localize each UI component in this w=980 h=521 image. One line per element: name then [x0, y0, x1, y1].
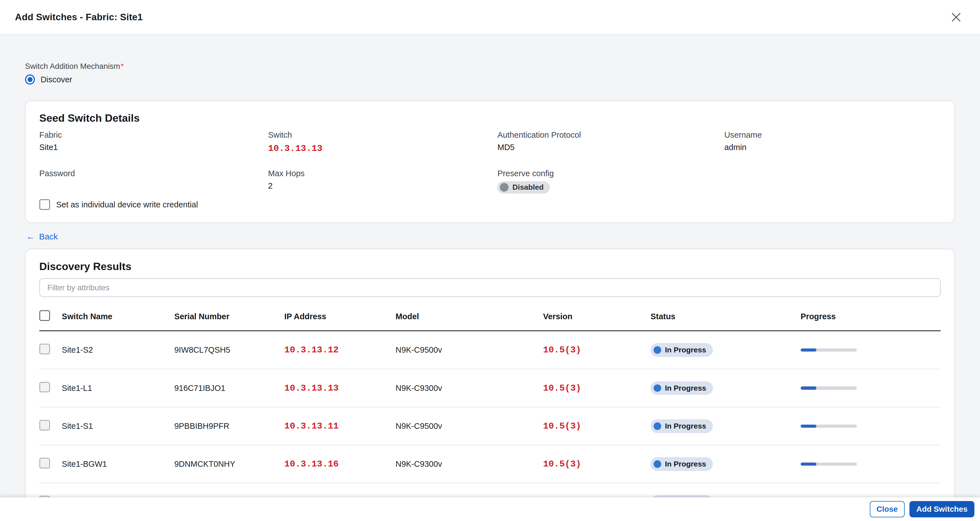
status-text: In Progress	[665, 346, 706, 354]
fabric-value: Site1	[39, 143, 268, 152]
radio-selected-icon	[25, 75, 35, 84]
close-button[interactable]: Close	[870, 501, 905, 517]
switch-name-cell: Site1-L1	[62, 369, 174, 407]
auth-protocol-label: Authentication Protocol	[497, 130, 724, 140]
add-switches-button[interactable]: Add Switches	[910, 501, 974, 517]
password-label: Password	[39, 169, 268, 178]
preserve-config-toggle[interactable]: Disabled	[497, 181, 550, 194]
model-cell: N9K-C9500v	[396, 331, 543, 369]
write-credential-label: Set as individual device write credentia…	[56, 200, 198, 210]
switch-name-cell: Site1-S1	[62, 407, 174, 445]
version-cell: 10.5(3)	[543, 331, 651, 369]
auth-protocol-field: Authentication Protocol MD5	[497, 130, 724, 154]
dialog-header: Add Switches - Fabric: Site1	[0, 0, 980, 35]
switch-label: Switch	[268, 130, 498, 140]
empty-grid-cell	[724, 169, 941, 194]
serial-cell: 9DNMCKT0NHY	[174, 445, 284, 483]
ip-cell: 10.3.13.13	[284, 369, 396, 407]
col-version: Version	[543, 306, 651, 331]
table-row: Site1-S2 9IW8CL7QSH5 10.3.13.12 N9K-C950…	[39, 331, 941, 369]
ip-cell: 10.3.13.16	[284, 445, 396, 483]
progress-bar	[801, 462, 857, 465]
username-value: admin	[724, 143, 941, 152]
seed-field-grid: Fabric Site1 Switch 10.3.13.13 Authentic…	[39, 130, 941, 194]
status-text: In Progress	[665, 422, 706, 430]
status-dot-icon	[654, 460, 661, 468]
preserve-config-state: Disabled	[512, 183, 544, 192]
filter-input[interactable]	[39, 278, 941, 297]
col-switch-name: Switch Name	[62, 306, 174, 331]
col-model: Model	[396, 306, 543, 331]
table-header-row: Switch Name Serial Number IP Address Mod…	[39, 306, 941, 331]
switch-name-cell: Site1-BGW1	[62, 445, 174, 483]
max-hops-label: Max Hops	[268, 169, 498, 178]
required-asterisk: *	[121, 62, 124, 70]
back-link-label: Back	[39, 232, 58, 241]
fabric-field: Fabric Site1	[39, 130, 268, 154]
discover-radio-label: Discover	[40, 75, 72, 84]
ip-cell: 10.3.13.12	[284, 331, 396, 369]
page-title: Add Switches - Fabric: Site1	[15, 12, 143, 22]
row-checkbox[interactable]	[39, 382, 50, 392]
toggle-knob-icon	[500, 183, 509, 192]
model-cell: N9K-C9300v	[396, 369, 543, 407]
status-badge: In Progress	[651, 381, 713, 395]
status-badge: In Progress	[651, 419, 713, 433]
select-all-checkbox[interactable]	[39, 310, 50, 321]
serial-cell: 9PBBIBH9PFR	[174, 407, 284, 445]
row-checkbox[interactable]	[39, 344, 50, 354]
col-serial-number: Serial Number	[174, 306, 284, 331]
serial-cell: 916C71IBJO1	[174, 369, 284, 407]
table-row: Site1-BGW1 9DNMCKT0NHY 10.3.13.16 N9K-C9…	[39, 445, 941, 483]
password-field: Password	[39, 169, 268, 194]
max-hops-field: Max Hops 2	[268, 169, 498, 194]
close-icon[interactable]	[947, 8, 965, 26]
progress-bar	[801, 348, 857, 351]
row-checkbox[interactable]	[39, 420, 50, 430]
version-cell: 10.5(3)	[543, 407, 651, 445]
col-status: Status	[651, 306, 801, 331]
status-dot-icon	[654, 346, 661, 354]
ip-cell: 10.3.13.11	[284, 407, 396, 445]
version-cell: 10.5(3)	[543, 445, 651, 483]
discovery-results-card: Discovery Results Switch Name Serial Num…	[25, 249, 955, 521]
preserve-config-field: Preserve config Disabled	[497, 169, 724, 194]
add-switches-dialog: Add Switches - Fabric: Site1 Switch Addi…	[0, 0, 980, 521]
model-cell: N9K-C9300v	[396, 445, 543, 483]
write-credential-checkbox[interactable]: Set as individual device write credentia…	[39, 199, 198, 210]
progress-bar	[801, 386, 857, 389]
fabric-label: Fabric	[39, 130, 268, 140]
mechanism-label: Switch Addition Mechanism*	[25, 62, 955, 71]
switch-field: Switch 10.3.13.13	[268, 130, 498, 154]
status-dot-icon	[654, 384, 661, 392]
password-value	[39, 181, 268, 191]
dialog-footer: Close Add Switches	[0, 497, 980, 521]
status-text: In Progress	[665, 384, 706, 392]
checkbox-icon	[39, 199, 50, 210]
mechanism-label-text: Switch Addition Mechanism	[25, 62, 120, 70]
switch-value: 10.3.13.13	[268, 143, 498, 154]
col-progress: Progress	[801, 306, 941, 331]
status-text: In Progress	[665, 460, 706, 469]
row-checkbox[interactable]	[39, 458, 50, 469]
preserve-config-label: Preserve config	[497, 169, 724, 178]
username-field: Username admin	[724, 130, 941, 154]
status-badge: In Progress	[651, 343, 713, 357]
model-cell: N9K-C9500v	[396, 407, 543, 445]
progress-bar	[801, 425, 857, 428]
username-label: Username	[724, 130, 941, 140]
status-dot-icon	[654, 423, 661, 430]
back-arrow-icon: ←	[26, 232, 35, 241]
back-link[interactable]: ← Back	[26, 232, 57, 241]
dialog-body: Switch Addition Mechanism* Discover Seed…	[0, 62, 980, 521]
switch-name-cell: Site1-S2	[62, 331, 174, 369]
version-cell: 10.5(3)	[543, 369, 651, 407]
max-hops-value: 2	[268, 181, 498, 191]
auth-protocol-value: MD5	[497, 143, 724, 152]
col-ip-address: IP Address	[284, 306, 396, 331]
discovery-results-table: Switch Name Serial Number IP Address Mod…	[39, 306, 941, 521]
discover-radio[interactable]: Discover	[25, 75, 72, 84]
seed-switch-details-card: Seed Switch Details Fabric Site1 Switch …	[25, 100, 955, 223]
discovery-results-title: Discovery Results	[39, 260, 941, 273]
serial-cell: 9IW8CL7QSH5	[174, 331, 284, 369]
